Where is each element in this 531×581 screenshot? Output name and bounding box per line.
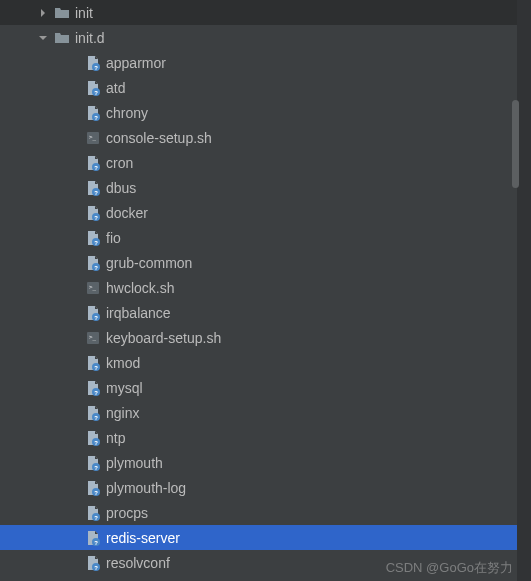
tree-file-nginx[interactable]: ?nginx: [0, 400, 531, 425]
svg-text:?: ?: [94, 439, 98, 445]
file-label: atd: [106, 80, 125, 96]
svg-text:>_: >_: [89, 283, 97, 291]
file-script-icon: ?: [85, 255, 101, 271]
tree-file-procps[interactable]: ?procps: [0, 500, 531, 525]
tree-file-fio[interactable]: ?fio: [0, 225, 531, 250]
file-label: kmod: [106, 355, 140, 371]
tree-file-cron[interactable]: ?cron: [0, 150, 531, 175]
folder-icon: [54, 30, 70, 46]
file-label: resolvconf: [106, 555, 170, 571]
svg-text:?: ?: [94, 64, 98, 70]
shell-script-icon: >_: [85, 280, 101, 296]
shell-script-icon: >_: [85, 330, 101, 346]
file-script-icon: ?: [85, 230, 101, 246]
tree-file-dbus[interactable]: ?dbus: [0, 175, 531, 200]
tree-file-chrony[interactable]: ?chrony: [0, 100, 531, 125]
file-script-icon: ?: [85, 480, 101, 496]
file-script-icon: ?: [85, 555, 101, 571]
file-tree: initinit.d ?apparmor?atd?chrony>_console…: [0, 0, 531, 581]
svg-text:?: ?: [94, 189, 98, 195]
scrollbar[interactable]: [505, 0, 519, 581]
tree-file-ntp[interactable]: ?ntp: [0, 425, 531, 450]
file-label: grub-common: [106, 255, 192, 271]
file-script-icon: ?: [85, 405, 101, 421]
svg-text:>_: >_: [89, 333, 97, 341]
svg-text:?: ?: [94, 564, 98, 570]
file-script-icon: ?: [85, 505, 101, 521]
tree-file-keyboard-setup-sh[interactable]: >_keyboard-setup.sh: [0, 325, 531, 350]
tree-file-console-setup-sh[interactable]: >_console-setup.sh: [0, 125, 531, 150]
file-script-icon: ?: [85, 180, 101, 196]
tree-file-plymouth[interactable]: ?plymouth: [0, 450, 531, 475]
file-label: ntp: [106, 430, 125, 446]
folder-label: init.d: [75, 30, 105, 46]
file-script-icon: ?: [85, 205, 101, 221]
folder-label: init: [75, 5, 93, 21]
file-label: keyboard-setup.sh: [106, 330, 221, 346]
tree-file-docker[interactable]: ?docker: [0, 200, 531, 225]
tree-file-irqbalance[interactable]: ?irqbalance: [0, 300, 531, 325]
svg-text:?: ?: [94, 164, 98, 170]
panel-divider: [517, 0, 531, 581]
tree-file-apparmor[interactable]: ?apparmor: [0, 50, 531, 75]
svg-text:?: ?: [94, 389, 98, 395]
svg-text:?: ?: [94, 264, 98, 270]
svg-text:?: ?: [94, 314, 98, 320]
file-script-icon: ?: [85, 55, 101, 71]
file-script-icon: ?: [85, 530, 101, 546]
file-script-icon: ?: [85, 80, 101, 96]
file-label: docker: [106, 205, 148, 221]
file-script-icon: ?: [85, 305, 101, 321]
chevron-right-icon[interactable]: [35, 5, 51, 21]
file-label: irqbalance: [106, 305, 171, 321]
svg-text:>_: >_: [89, 133, 97, 141]
tree-file-hwclock-sh[interactable]: >_hwclock.sh: [0, 275, 531, 300]
file-script-icon: ?: [85, 155, 101, 171]
file-script-icon: ?: [85, 455, 101, 471]
file-label: nginx: [106, 405, 139, 421]
file-label: dbus: [106, 180, 136, 196]
svg-text:?: ?: [94, 239, 98, 245]
folder-icon: [54, 5, 70, 21]
tree-folder-init.d[interactable]: init.d: [0, 25, 531, 50]
file-script-icon: ?: [85, 355, 101, 371]
file-label: plymouth-log: [106, 480, 186, 496]
file-label: hwclock.sh: [106, 280, 174, 296]
file-label: mysql: [106, 380, 143, 396]
tree-file-kmod[interactable]: ?kmod: [0, 350, 531, 375]
svg-text:?: ?: [94, 414, 98, 420]
file-label: console-setup.sh: [106, 130, 212, 146]
tree-file-mysql[interactable]: ?mysql: [0, 375, 531, 400]
file-label: procps: [106, 505, 148, 521]
file-label: cron: [106, 155, 133, 171]
svg-text:?: ?: [94, 89, 98, 95]
svg-text:?: ?: [94, 539, 98, 545]
file-script-icon: ?: [85, 430, 101, 446]
file-label: apparmor: [106, 55, 166, 71]
tree-file-redis-server[interactable]: ?redis-server: [0, 525, 531, 550]
svg-text:?: ?: [94, 514, 98, 520]
watermark: CSDN @GoGo在努力: [386, 559, 513, 577]
svg-text:?: ?: [94, 489, 98, 495]
scrollbar-thumb[interactable]: [512, 100, 519, 188]
file-label: redis-server: [106, 530, 180, 546]
svg-text:?: ?: [94, 464, 98, 470]
chevron-down-icon[interactable]: [35, 30, 51, 46]
file-label: fio: [106, 230, 121, 246]
file-script-icon: ?: [85, 380, 101, 396]
file-label: plymouth: [106, 455, 163, 471]
svg-text:?: ?: [94, 114, 98, 120]
shell-script-icon: >_: [85, 130, 101, 146]
svg-text:?: ?: [94, 364, 98, 370]
file-label: chrony: [106, 105, 148, 121]
file-script-icon: ?: [85, 105, 101, 121]
tree-file-plymouth-log[interactable]: ?plymouth-log: [0, 475, 531, 500]
tree-file-grub-common[interactable]: ?grub-common: [0, 250, 531, 275]
tree-folder-init[interactable]: init: [0, 0, 531, 25]
svg-text:?: ?: [94, 214, 98, 220]
tree-file-atd[interactable]: ?atd: [0, 75, 531, 100]
